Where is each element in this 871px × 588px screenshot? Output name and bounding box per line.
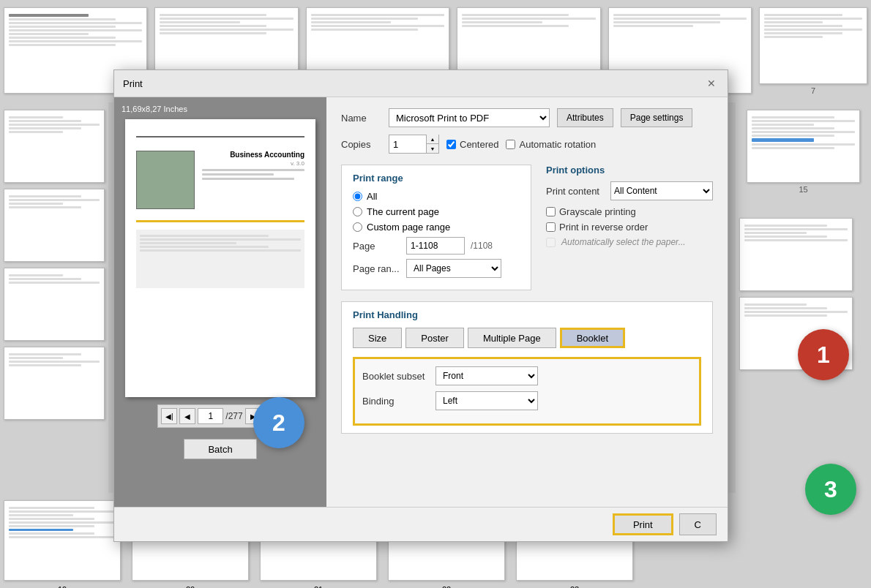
multiple-page-tab[interactable]: Multiple Page bbox=[468, 328, 556, 348]
page-num-21: 21 bbox=[260, 585, 377, 588]
binding-select[interactable]: Left Right Top bbox=[436, 391, 538, 410]
booklet-tab[interactable]: Booklet bbox=[560, 328, 625, 348]
auto-rotation-label-text: Automatic rotation bbox=[519, 139, 596, 150]
right-thumb-2 bbox=[739, 218, 853, 291]
page-range-label: Page ran... bbox=[353, 263, 400, 274]
centered-label-text: Centered bbox=[460, 139, 498, 150]
left-thumb-2 bbox=[4, 189, 105, 262]
all-radio[interactable] bbox=[353, 192, 362, 201]
grayscale-checkbox[interactable] bbox=[546, 207, 556, 216]
current-page-option[interactable]: The current page bbox=[353, 206, 520, 217]
attributes-button[interactable]: Attributes bbox=[557, 108, 613, 127]
close-button[interactable]: ✕ bbox=[704, 76, 719, 91]
badge-2: 2 bbox=[253, 397, 304, 448]
reverse-label: Print in reverse order bbox=[559, 222, 648, 233]
bottom-thumb-19-wrap: 19 bbox=[4, 500, 121, 581]
dialog-footer: Print C bbox=[114, 507, 728, 541]
left-thumb-1 bbox=[4, 110, 105, 183]
grayscale-row[interactable]: Grayscale printing bbox=[546, 206, 713, 217]
printer-select[interactable]: Microsoft Print to PDF bbox=[389, 108, 550, 127]
custom-range-label: Custom page range bbox=[367, 222, 450, 233]
page-num-22: 22 bbox=[388, 585, 505, 588]
auto-select-label: Automatically select the paper... bbox=[561, 237, 686, 247]
print-options-title: Print options bbox=[546, 165, 713, 176]
all-pages-option[interactable]: All bbox=[353, 191, 520, 202]
spin-up-button[interactable]: ▲ bbox=[427, 135, 438, 144]
preview-book-title: Business Accounting bbox=[202, 151, 304, 159]
page-settings-button[interactable]: Page settings bbox=[621, 108, 693, 127]
bottom-thumb-19 bbox=[4, 500, 121, 581]
current-page-radio[interactable] bbox=[353, 207, 362, 216]
preview-text: Business Accounting v. 3.0 bbox=[202, 151, 304, 209]
page-num-20: 20 bbox=[132, 585, 249, 588]
copies-label: Copies bbox=[341, 139, 381, 150]
name-label: Name bbox=[341, 113, 381, 124]
page-input-row: Page /1108 bbox=[353, 237, 520, 255]
print-dialog: Print ✕ 11,69x8,27 Inches Business Accou… bbox=[113, 69, 728, 542]
nav-prev-button[interactable]: ◀ bbox=[179, 408, 195, 424]
settings-panel: Name Microsoft Print to PDF Attributes P… bbox=[326, 97, 728, 507]
booklet-subset-label: Booklet subset bbox=[362, 371, 428, 382]
binding-row: Binding Left Right Top bbox=[362, 391, 692, 410]
custom-range-radio[interactable] bbox=[353, 222, 362, 232]
booklet-options: Booklet subset Front Back Both Binding L… bbox=[353, 357, 701, 426]
centered-checkbox-label[interactable]: Centered bbox=[446, 139, 498, 150]
centered-checkbox[interactable] bbox=[446, 140, 456, 149]
reverse-row[interactable]: Print in reverse order bbox=[546, 222, 713, 233]
print-handling-section: Print Handling Size Poster Multiple Page… bbox=[341, 301, 713, 434]
preview-book-subtitle: v. 3.0 bbox=[202, 160, 304, 167]
dialog-titlebar: Print ✕ bbox=[114, 70, 728, 97]
booklet-subset-row: Booklet subset Front Back Both bbox=[362, 366, 692, 385]
right-thumb-15 bbox=[747, 110, 860, 183]
poster-tab[interactable]: Poster bbox=[405, 328, 464, 348]
badge-1: 1 bbox=[798, 329, 849, 380]
page-total-label: /277 bbox=[225, 411, 242, 421]
preview-chart-image bbox=[136, 151, 195, 209]
size-label: 11,69x8,27 Inches bbox=[122, 105, 187, 113]
grayscale-label: Grayscale printing bbox=[559, 206, 636, 217]
name-row: Name Microsoft Print to PDF Attributes P… bbox=[341, 108, 713, 127]
preview-bottom-area bbox=[136, 230, 304, 288]
auto-select-checkbox bbox=[546, 238, 556, 247]
reverse-checkbox[interactable] bbox=[546, 222, 556, 232]
badge-3: 3 bbox=[805, 464, 856, 515]
auto-rotation-checkbox[interactable] bbox=[506, 140, 515, 149]
sections-row: Print range All The current page Custom … bbox=[341, 165, 713, 290]
spin-down-button[interactable]: ▼ bbox=[427, 144, 438, 154]
page-slash: /1108 bbox=[471, 241, 493, 251]
booklet-subset-select[interactable]: Front Back Both bbox=[436, 366, 538, 385]
all-label: All bbox=[367, 191, 377, 202]
dialog-title: Print bbox=[123, 78, 143, 89]
print-handling-title: Print Handling bbox=[353, 309, 701, 320]
print-options-section: Print options Print content All Content … bbox=[546, 165, 713, 290]
page-range-select-row: Page ran... All Pages Odd Pages Even Pag… bbox=[353, 259, 520, 278]
page-label: Page bbox=[353, 241, 400, 252]
page-num-19: 19 bbox=[4, 585, 121, 588]
nav-first-button[interactable]: ◀| bbox=[161, 408, 177, 424]
print-range-title: Print range bbox=[353, 173, 520, 184]
print-content-row: Print content All Content Form fields on… bbox=[546, 181, 713, 200]
preview-panel: 11,69x8,27 Inches Business Accounting v.… bbox=[114, 97, 326, 507]
cancel-button[interactable]: C bbox=[679, 513, 717, 535]
batch-button[interactable]: Batch bbox=[184, 439, 257, 459]
page-num-23: 23 bbox=[516, 585, 633, 588]
current-page-label: The current page bbox=[367, 206, 439, 217]
preview-page: Business Accounting v. 3.0 bbox=[125, 119, 315, 397]
custom-range-option[interactable]: Custom page range bbox=[353, 222, 520, 233]
binding-label: Binding bbox=[362, 396, 428, 407]
auto-rotation-checkbox-label[interactable]: Automatic rotation bbox=[506, 139, 596, 150]
copies-input-wrap: ▲ ▼ bbox=[389, 135, 439, 154]
page-num-15: 15 bbox=[799, 185, 807, 194]
print-content-label: Print content bbox=[546, 186, 605, 197]
page-range-input[interactable] bbox=[406, 237, 465, 255]
auto-select-row: Automatically select the paper... bbox=[546, 237, 713, 247]
copies-row: Copies ▲ ▼ Centered Automatic rotation bbox=[341, 135, 713, 154]
copies-input[interactable] bbox=[389, 135, 426, 153]
left-thumb-3 bbox=[4, 268, 105, 341]
size-tab[interactable]: Size bbox=[353, 328, 402, 348]
right-thumbnails: 15 bbox=[736, 102, 871, 493]
page-number-input[interactable] bbox=[198, 408, 223, 424]
print-button[interactable]: Print bbox=[613, 513, 673, 535]
page-range-select[interactable]: All Pages Odd Pages Even Pages bbox=[406, 259, 501, 278]
print-content-select[interactable]: All Content Form fields only Document an… bbox=[610, 181, 713, 200]
